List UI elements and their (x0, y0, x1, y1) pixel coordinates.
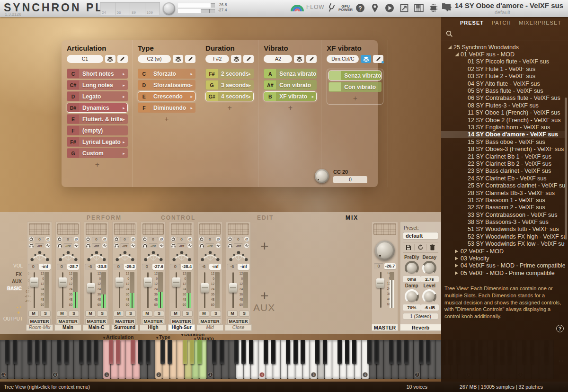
send-readout[interactable]: -inf (120, 243, 129, 249)
reverb-preset-field[interactable]: default (403, 232, 438, 240)
black-key-midi-90[interactable] (389, 340, 393, 364)
wave-icon[interactable] (130, 243, 136, 249)
tree-item[interactable]: 05 SY Bass flute - VelXF sus (441, 87, 565, 94)
slot-custom[interactable]: G Custom ▸ (67, 148, 128, 158)
gain-readout[interactable]: 0 (63, 237, 72, 242)
solo-button[interactable]: S (239, 311, 249, 317)
fader-handle[interactable] (115, 277, 124, 287)
black-key-midi-27[interactable] (116, 340, 120, 364)
volume-value[interactable]: -6 (227, 264, 237, 270)
tree-item[interactable]: 12 SY Oboe 2 (French) - VelXF sus (441, 116, 565, 124)
surround-panner[interactable] (142, 249, 164, 264)
reload-button[interactable] (415, 244, 426, 250)
tree-item[interactable]: 28 SY Clarinets Bb-3 - VelXF sus (441, 189, 565, 196)
black-key-midi-75[interactable] (323, 340, 327, 364)
tree-item[interactable]: 08 SY Flutes-3 - VelXF sus (441, 102, 565, 109)
gain-readout[interactable]: 0 (234, 237, 243, 242)
slot--empty-[interactable]: F (empty) (67, 125, 128, 135)
tab-control[interactable]: CONTROL (161, 214, 195, 221)
add-slot-button[interactable]: + (328, 94, 382, 103)
reverb-channel-config[interactable]: 1 (Stereo) (403, 313, 438, 320)
tree-item[interactable]: 13 SY English horn - VelXF sus (441, 124, 565, 131)
tree-item[interactable]: 03 Velocity (441, 255, 565, 262)
master-knob[interactable] (375, 241, 395, 260)
tree-item[interactable]: 05 VelXF - MOD - Prime compatible (441, 269, 565, 276)
slot-sforzato[interactable]: C Sforzato ▸ (138, 69, 195, 79)
gain-readout[interactable]: 0 (92, 237, 101, 242)
cc20-value[interactable]: 0 (333, 176, 367, 183)
send-readout[interactable]: -inf (205, 243, 214, 249)
add-slot-button[interactable]: + (67, 160, 128, 169)
gain-readout[interactable]: 0 (205, 237, 214, 242)
add-slot-button[interactable]: + (264, 104, 317, 112)
wave-icon[interactable] (187, 243, 193, 249)
black-key-midi-10[interactable] (42, 340, 46, 364)
wave-icon[interactable] (73, 243, 79, 249)
loaded-preset[interactable]: 14 SY Oboe d'amore - VelXF sus default (442, 1, 563, 15)
edit-pencil-icon[interactable] (117, 55, 128, 63)
add-aux-button[interactable]: + (260, 288, 269, 304)
slot-con-vibrato[interactable]: Con vibrato (328, 82, 382, 92)
tree-item[interactable]: 32 SY Bassoon 2 - VelXF sus (441, 204, 565, 211)
tree-item[interactable]: 33 SY Contrabassoon - VelXF sus (441, 211, 565, 218)
black-key-midi-25[interactable] (109, 340, 113, 364)
surround-panner[interactable] (227, 249, 249, 264)
power-icon[interactable] (85, 236, 91, 242)
send-readout[interactable]: -inf (92, 243, 101, 249)
black-key-midi-39[interactable] (168, 340, 172, 364)
channel-name[interactable]: Close (225, 324, 252, 331)
search-icon[interactable] (446, 30, 453, 39)
surround-panner[interactable] (57, 249, 79, 264)
tree-item[interactable]: 53 SY Woodwinds FX low - VelXF sus (441, 241, 565, 248)
gain-readout[interactable]: 0 (149, 237, 158, 242)
tree-collapsed-icon[interactable] (455, 257, 458, 260)
knob-value[interactable]: 0ms (403, 276, 421, 282)
slot-legato[interactable]: D Legato ▸ (67, 91, 128, 101)
expand-icon[interactable] (399, 2, 409, 14)
keyswitch-selector[interactable]: C2 (w) (138, 55, 171, 63)
black-key-midi-63[interactable] (271, 340, 275, 364)
surround-panner[interactable] (85, 249, 107, 264)
tree-collapsed-icon[interactable] (455, 264, 458, 267)
tree-item[interactable]: 14 SY Oboe d'amore - VelXF sus (441, 131, 565, 138)
listen-icon[interactable] (85, 243, 91, 249)
tree-item[interactable]: 06 SY Contrabass flute - VelXF sus (441, 95, 565, 102)
black-key-midi-68[interactable] (293, 340, 298, 364)
tree-item[interactable]: 02 VelXF - MOD (441, 248, 565, 255)
output-routing-button[interactable]: MASTER (142, 318, 164, 324)
black-key-midi-70[interactable] (301, 340, 305, 364)
black-key-midi-44[interactable] (190, 340, 194, 364)
mute-button[interactable]: M (28, 311, 39, 317)
tree-item[interactable]: 51 SY Woodwinds tutti - VelXF sus (441, 226, 565, 233)
delete-button[interactable] (427, 244, 438, 250)
mute-button[interactable]: M (142, 311, 152, 317)
send-readout[interactable]: -inf (63, 243, 72, 249)
surround-panner[interactable] (170, 249, 193, 264)
edit-pencil-icon[interactable] (306, 55, 317, 63)
black-key-midi-34[interactable] (146, 340, 150, 364)
tree-collapsed-icon[interactable] (455, 249, 458, 253)
tree-item[interactable]: 01 SY Piccolo flute - VelXF sus (441, 58, 565, 65)
mute-button[interactable]: M (85, 311, 96, 317)
channel-name[interactable]: Main (54, 324, 81, 331)
gpu-power-icon[interactable]: GPUPOWER (340, 2, 351, 14)
layers-icon[interactable] (294, 55, 304, 63)
master-fader-handle[interactable] (376, 278, 384, 288)
wave-icon[interactable] (244, 243, 249, 249)
tree-item[interactable]: 18 SY Oboes-3 (French) - VelXF sus (441, 145, 565, 152)
tree-item[interactable]: 03 SY Flute 2 - VelXF sus (441, 73, 565, 80)
output-routing-button[interactable]: MASTER (227, 318, 249, 324)
black-key-midi-8[interactable] (35, 340, 39, 364)
slot-2-seconds[interactable]: F# 2 seconds ▸ (205, 69, 254, 79)
output-routing-button[interactable]: MASTER (170, 318, 193, 324)
slot-4-seconds[interactable]: G# 4 seconds ▸ (205, 91, 254, 101)
tree-item[interactable]: 04 SY Alto flute - VelXF sus (441, 80, 565, 87)
black-key-midi-37[interactable] (160, 340, 165, 364)
tree-item[interactable]: 11 SY Oboe 1 (French) - VelXF sus (441, 109, 565, 116)
phase-icon[interactable]: Ø (244, 236, 249, 242)
rail-minus-plus[interactable]: - + (17, 305, 22, 310)
master-fader-track[interactable] (380, 272, 382, 308)
black-key-midi-51[interactable] (220, 340, 224, 364)
add-slot-button[interactable]: + (138, 115, 195, 124)
fader-handle[interactable] (87, 283, 95, 293)
